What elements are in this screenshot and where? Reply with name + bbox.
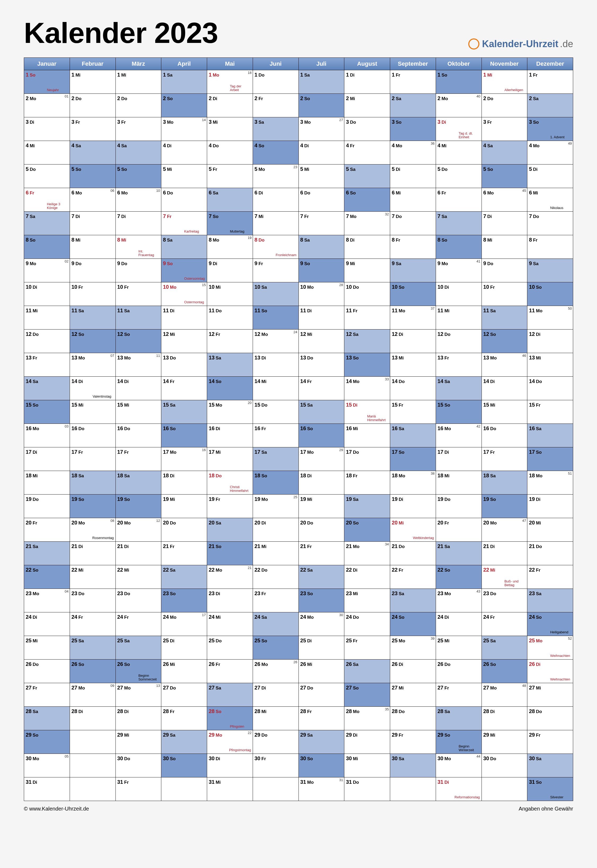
day-number: 3Fr (483, 119, 505, 132)
day-cell: 19Di (390, 494, 436, 518)
day-cell: 4So (253, 141, 298, 164)
day-number: 24Di (438, 614, 459, 627)
day-cell: 25Sa (116, 636, 161, 659)
day-cell: 13Sa (207, 353, 253, 376)
day-number: 4Mi (26, 142, 47, 156)
day-number: 28Do (392, 708, 413, 721)
day-number: 19Do (438, 496, 459, 509)
day-cell: 17Do (344, 447, 390, 471)
day-cell: 12Do (24, 329, 70, 353)
day-number: 17Mi (209, 449, 230, 462)
day-event: Muttertag (230, 230, 251, 233)
day-cell: 24So (390, 613, 436, 636)
day-cell: 23Mi (344, 589, 390, 612)
day-number: 12Sa (346, 331, 367, 344)
day-cell: 8Mi (482, 235, 527, 258)
day-number: 8Do (254, 237, 276, 248)
day-cell: 29So (24, 730, 70, 754)
day-cell: 23So (161, 589, 207, 612)
day-cell: 4Di (161, 141, 207, 164)
day-number: 18Sa (117, 473, 138, 486)
day-number: 9Sa (392, 260, 413, 274)
day-cell: 2Mo40 (436, 94, 481, 117)
day-cell: 6Sa (207, 188, 253, 211)
week-number: 10 (156, 188, 160, 193)
day-cell: 5Di (390, 165, 436, 188)
day-cell: 24Do (344, 613, 390, 636)
day-event: Nikolaus (550, 206, 571, 210)
day-cell: 18Di (161, 471, 207, 494)
day-number: 26Do (438, 661, 459, 674)
day-number: 30Mo (26, 755, 47, 769)
day-number: 3Di (438, 119, 459, 129)
calendar-grid: JanuarFebruarMärzAprilMaiJuniJuliAugustS… (24, 58, 573, 801)
day-cell: 1Mi (70, 70, 116, 93)
day-number: 19So (117, 496, 138, 509)
day-cell: 15Mi (70, 400, 116, 424)
day-cell: 18Mi (24, 471, 70, 494)
day-cell: 5So (70, 165, 116, 188)
day-cell: 24Sa (253, 613, 298, 636)
day-number: 16Do (71, 425, 93, 439)
day-event: Ostersonntag (184, 277, 205, 280)
day-number: 28Mo (346, 708, 367, 721)
day-cell: 3Mi (207, 117, 253, 141)
day-number: 3Mo (300, 119, 322, 132)
day-cell: 15Do (253, 400, 298, 424)
day-cell: 4Do (207, 141, 253, 164)
day-cell: 19Mi (161, 494, 207, 518)
week-number: 13 (156, 684, 160, 688)
day-cell (70, 730, 116, 754)
day-cell: 12Fr (207, 329, 253, 353)
day-cell: 2Do (70, 94, 116, 117)
day-number: 15Sa (163, 402, 184, 415)
day-cell: 24Fr (70, 613, 116, 636)
day-number: 22Fr (392, 567, 413, 580)
day-cell: 14Fr (299, 377, 344, 400)
week-number: 01 (65, 94, 68, 98)
day-cell: 3So1. Advent (527, 117, 573, 141)
day-number: 21Mo (346, 543, 367, 556)
day-number: 18So (254, 473, 276, 486)
week-number: 16 (202, 448, 206, 452)
day-cell: 30Mi (344, 754, 390, 777)
day-cell: 25Mi (436, 636, 481, 659)
day-number: 15Mi (71, 402, 93, 415)
day-cell: 26DiWeihnachten (527, 660, 573, 683)
logo-suffix: .de (560, 39, 573, 49)
day-number: 21Fr (300, 543, 322, 556)
week-number: 22 (248, 731, 251, 735)
day-number: 22Di (346, 567, 367, 580)
day-event: Fronleichnam (276, 253, 297, 257)
day-number: 10Di (438, 284, 459, 297)
logo-text: Kalender-Uhrzeit (482, 39, 558, 49)
day-cell: 31Fr (116, 777, 161, 801)
day-cell: 8MiInt. Frauentag (116, 235, 161, 258)
week-number: 31 (339, 778, 343, 782)
day-number: 13Mi (529, 355, 550, 368)
day-number: 31Di (26, 779, 47, 792)
day-cell: 18So (253, 471, 298, 494)
day-number: 17Do (346, 449, 367, 462)
day-number: 26Di (529, 661, 550, 672)
day-number: 12Di (392, 331, 413, 344)
day-cell: 1Di (344, 70, 390, 93)
day-number: 19Mi (163, 496, 184, 509)
day-cell: 15Fr (527, 400, 573, 424)
day-cell: 29Mi (482, 730, 527, 754)
day-number: 7Do (529, 213, 550, 227)
day-cell: 6Mo10 (116, 188, 161, 211)
day-number: 25Sa (483, 638, 505, 651)
day-number: 18Do (209, 473, 230, 482)
day-number: 23Do (71, 591, 93, 604)
day-cell: 2So (299, 94, 344, 117)
day-cell: 27Fr (24, 683, 70, 706)
day-cell (70, 754, 116, 777)
week-number: 03 (65, 424, 68, 428)
day-number: 13Do (300, 355, 322, 368)
day-cell: 25Di (299, 636, 344, 659)
day-cell: 6Mo06 (70, 188, 116, 211)
day-number: 23Sa (392, 591, 413, 604)
day-cell: 24Fr (116, 613, 161, 636)
day-number: 5Fr (209, 166, 230, 179)
